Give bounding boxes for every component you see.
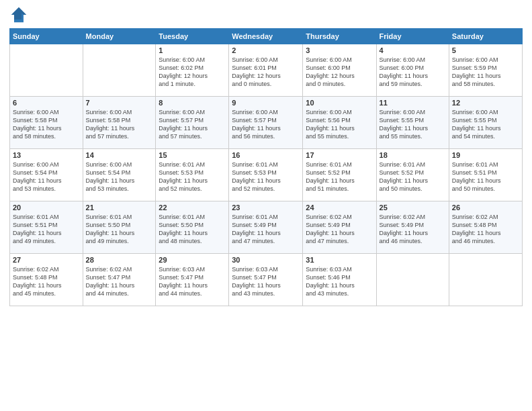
day-cell: 23Sunrise: 6:01 AM Sunset: 5:49 PM Dayli… xyxy=(229,201,303,254)
day-cell: 6Sunrise: 6:00 AM Sunset: 5:58 PM Daylig… xyxy=(10,97,83,149)
col-header-monday: Monday xyxy=(83,29,156,44)
col-header-tuesday: Tuesday xyxy=(156,29,229,44)
day-number: 16 xyxy=(232,151,300,159)
day-cell: 3Sunrise: 6:00 AM Sunset: 6:00 PM Daylig… xyxy=(303,44,376,97)
day-cell: 28Sunrise: 6:02 AM Sunset: 5:47 PM Dayli… xyxy=(83,254,156,306)
day-cell: 18Sunrise: 6:01 AM Sunset: 5:52 PM Dayli… xyxy=(376,149,449,201)
day-info: Sunrise: 6:00 AM Sunset: 6:00 PM Dayligh… xyxy=(306,56,373,89)
day-cell: 21Sunrise: 6:01 AM Sunset: 5:50 PM Dayli… xyxy=(83,201,156,254)
col-header-friday: Friday xyxy=(376,29,449,44)
day-info: Sunrise: 6:00 AM Sunset: 6:01 PM Dayligh… xyxy=(232,56,300,89)
day-cell: 24Sunrise: 6:02 AM Sunset: 5:49 PM Dayli… xyxy=(303,201,376,254)
day-cell: 15Sunrise: 6:01 AM Sunset: 5:53 PM Dayli… xyxy=(156,149,229,201)
day-info: Sunrise: 6:00 AM Sunset: 5:57 PM Dayligh… xyxy=(159,108,226,141)
day-number: 30 xyxy=(232,256,300,264)
day-info: Sunrise: 6:01 AM Sunset: 5:50 PM Dayligh… xyxy=(159,213,226,246)
day-info: Sunrise: 6:02 AM Sunset: 5:48 PM Dayligh… xyxy=(13,265,80,298)
day-number: 1 xyxy=(159,46,226,54)
day-number: 26 xyxy=(452,203,519,212)
day-cell xyxy=(376,254,449,306)
day-cell: 25Sunrise: 6:02 AM Sunset: 5:49 PM Dayli… xyxy=(376,201,449,254)
day-number: 11 xyxy=(380,99,446,107)
header-row: SundayMondayTuesdayWednesdayThursdayFrid… xyxy=(10,29,523,44)
day-info: Sunrise: 6:00 AM Sunset: 5:55 PM Dayligh… xyxy=(380,108,446,141)
day-cell: 22Sunrise: 6:01 AM Sunset: 5:50 PM Dayli… xyxy=(156,201,229,254)
day-info: Sunrise: 6:00 AM Sunset: 5:57 PM Dayligh… xyxy=(232,108,300,141)
day-info: Sunrise: 6:03 AM Sunset: 5:47 PM Dayligh… xyxy=(232,265,300,298)
day-number: 19 xyxy=(452,151,519,159)
day-cell: 31Sunrise: 6:03 AM Sunset: 5:46 PM Dayli… xyxy=(303,254,376,306)
week-row-1: 1Sunrise: 6:00 AM Sunset: 6:02 PM Daylig… xyxy=(10,44,523,97)
col-header-sunday: Sunday xyxy=(10,29,83,44)
day-cell xyxy=(449,254,522,306)
day-cell: 19Sunrise: 6:01 AM Sunset: 5:51 PM Dayli… xyxy=(449,149,522,201)
day-number: 29 xyxy=(159,256,226,264)
day-info: Sunrise: 6:02 AM Sunset: 5:47 PM Dayligh… xyxy=(86,265,153,298)
day-info: Sunrise: 6:00 AM Sunset: 5:55 PM Dayligh… xyxy=(452,108,519,141)
week-row-2: 6Sunrise: 6:00 AM Sunset: 5:58 PM Daylig… xyxy=(10,97,523,149)
day-number: 21 xyxy=(86,203,153,212)
day-cell: 11Sunrise: 6:00 AM Sunset: 5:55 PM Dayli… xyxy=(376,97,449,149)
day-cell: 30Sunrise: 6:03 AM Sunset: 5:47 PM Dayli… xyxy=(229,254,303,306)
day-cell: 7Sunrise: 6:00 AM Sunset: 5:58 PM Daylig… xyxy=(83,97,156,149)
day-number: 22 xyxy=(159,203,226,212)
day-number: 20 xyxy=(13,203,80,212)
day-number: 10 xyxy=(306,99,373,107)
day-info: Sunrise: 6:03 AM Sunset: 5:47 PM Dayligh… xyxy=(159,265,226,298)
day-number: 12 xyxy=(452,99,519,107)
day-cell: 26Sunrise: 6:02 AM Sunset: 5:48 PM Dayli… xyxy=(449,201,522,254)
day-number: 17 xyxy=(306,151,373,159)
day-info: Sunrise: 6:01 AM Sunset: 5:51 PM Dayligh… xyxy=(452,161,519,193)
day-cell xyxy=(10,44,83,97)
day-number: 14 xyxy=(86,151,153,159)
day-number: 8 xyxy=(159,99,226,107)
day-info: Sunrise: 6:02 AM Sunset: 5:48 PM Dayligh… xyxy=(452,213,519,246)
day-cell: 1Sunrise: 6:00 AM Sunset: 6:02 PM Daylig… xyxy=(156,44,229,97)
header xyxy=(9,7,523,24)
week-row-4: 20Sunrise: 6:01 AM Sunset: 5:51 PM Dayli… xyxy=(10,201,523,254)
day-number: 25 xyxy=(380,203,446,212)
day-number: 28 xyxy=(86,256,153,264)
day-info: Sunrise: 6:00 AM Sunset: 5:56 PM Dayligh… xyxy=(306,108,373,141)
day-info: Sunrise: 6:01 AM Sunset: 5:53 PM Dayligh… xyxy=(159,161,226,193)
day-cell: 5Sunrise: 6:00 AM Sunset: 5:59 PM Daylig… xyxy=(449,44,522,97)
day-cell: 12Sunrise: 6:00 AM Sunset: 5:55 PM Dayli… xyxy=(449,97,522,149)
day-number: 3 xyxy=(306,46,373,54)
day-number: 7 xyxy=(86,99,153,107)
day-info: Sunrise: 6:00 AM Sunset: 5:58 PM Dayligh… xyxy=(86,108,153,141)
day-cell: 17Sunrise: 6:01 AM Sunset: 5:52 PM Dayli… xyxy=(303,149,376,201)
day-info: Sunrise: 6:01 AM Sunset: 5:51 PM Dayligh… xyxy=(13,213,80,246)
day-cell xyxy=(83,44,156,97)
col-header-saturday: Saturday xyxy=(449,29,522,44)
day-cell: 29Sunrise: 6:03 AM Sunset: 5:47 PM Dayli… xyxy=(156,254,229,306)
day-number: 23 xyxy=(232,203,300,212)
day-cell: 10Sunrise: 6:00 AM Sunset: 5:56 PM Dayli… xyxy=(303,97,376,149)
day-cell: 20Sunrise: 6:01 AM Sunset: 5:51 PM Dayli… xyxy=(10,201,83,254)
day-cell: 14Sunrise: 6:00 AM Sunset: 5:54 PM Dayli… xyxy=(83,149,156,201)
day-info: Sunrise: 6:00 AM Sunset: 6:02 PM Dayligh… xyxy=(159,56,226,89)
day-info: Sunrise: 6:00 AM Sunset: 5:54 PM Dayligh… xyxy=(13,161,80,193)
day-cell: 13Sunrise: 6:00 AM Sunset: 5:54 PM Dayli… xyxy=(10,149,83,201)
col-header-thursday: Thursday xyxy=(303,29,376,44)
day-info: Sunrise: 6:01 AM Sunset: 5:53 PM Dayligh… xyxy=(232,161,300,193)
day-info: Sunrise: 6:00 AM Sunset: 5:54 PM Dayligh… xyxy=(86,161,153,193)
day-cell: 8Sunrise: 6:00 AM Sunset: 5:57 PM Daylig… xyxy=(156,97,229,149)
day-info: Sunrise: 6:03 AM Sunset: 5:46 PM Dayligh… xyxy=(306,265,373,298)
day-number: 18 xyxy=(380,151,446,159)
logo xyxy=(9,7,28,24)
week-row-5: 27Sunrise: 6:02 AM Sunset: 5:48 PM Dayli… xyxy=(10,254,523,306)
day-cell: 4Sunrise: 6:00 AM Sunset: 6:00 PM Daylig… xyxy=(376,44,449,97)
day-number: 31 xyxy=(306,256,373,264)
day-info: Sunrise: 6:00 AM Sunset: 6:00 PM Dayligh… xyxy=(380,56,446,89)
day-info: Sunrise: 6:01 AM Sunset: 5:49 PM Dayligh… xyxy=(232,213,300,246)
day-info: Sunrise: 6:00 AM Sunset: 5:58 PM Dayligh… xyxy=(13,108,80,141)
day-number: 13 xyxy=(13,151,80,159)
day-info: Sunrise: 6:00 AM Sunset: 5:59 PM Dayligh… xyxy=(452,56,519,89)
day-info: Sunrise: 6:02 AM Sunset: 5:49 PM Dayligh… xyxy=(380,213,446,246)
day-number: 15 xyxy=(159,151,226,159)
week-row-3: 13Sunrise: 6:00 AM Sunset: 5:54 PM Dayli… xyxy=(10,149,523,201)
svg-marker-1 xyxy=(11,7,26,19)
day-number: 9 xyxy=(232,99,300,107)
day-number: 2 xyxy=(232,46,300,54)
day-info: Sunrise: 6:01 AM Sunset: 5:52 PM Dayligh… xyxy=(306,161,373,193)
